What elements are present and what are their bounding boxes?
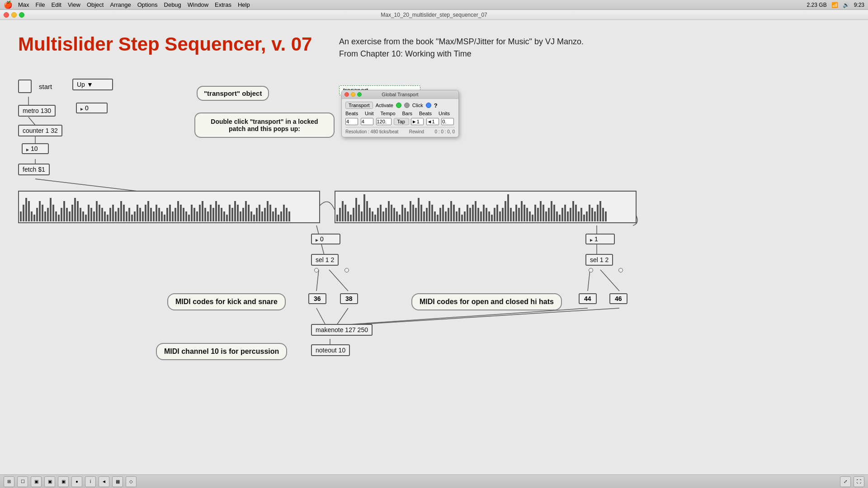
popup-minimize[interactable]	[351, 92, 355, 97]
slider-bar	[448, 208, 449, 221]
slider-bar	[393, 208, 395, 221]
slider-bar	[145, 205, 146, 221]
number-box-right-mid[interactable]: 1	[585, 234, 615, 244]
click-blue-indicator[interactable]	[426, 103, 431, 108]
menu-view[interactable]: View	[68, 1, 80, 8]
slider-bar	[453, 205, 455, 221]
toolbar-btn-10[interactable]: ◇	[126, 476, 137, 487]
slider-bar	[126, 211, 127, 221]
menu-debug[interactable]: Debug	[164, 1, 181, 8]
multislider-left[interactable]	[18, 191, 320, 223]
toolbar-btn-9[interactable]: ▦	[112, 476, 123, 487]
transport-values-row[interactable]: Tap	[345, 118, 455, 125]
slider-bar	[458, 208, 460, 221]
toolbar-btn-2[interactable]: ☐	[17, 476, 28, 487]
slider-bar	[20, 211, 22, 221]
page-subtitle: An exercise from the book "Max/MSP/Jitte…	[339, 36, 584, 60]
slider-bar	[442, 205, 444, 221]
number-box-10[interactable]: 10	[22, 143, 49, 154]
tap-button[interactable]: Tap	[394, 118, 409, 125]
slider-bar	[199, 205, 201, 221]
window-controls[interactable]	[4, 12, 24, 18]
slider-bar	[412, 205, 414, 221]
slider-bar	[278, 215, 279, 221]
direction-dropdown[interactable]: Up ▼	[72, 79, 113, 90]
slider-bar	[418, 198, 420, 221]
popup-maximize[interactable]	[357, 92, 362, 97]
toolbar-btn-7[interactable]: i	[85, 476, 96, 487]
sel-right-outlet-2	[618, 268, 623, 272]
slider-bar	[90, 208, 92, 221]
menu-arrange[interactable]: Arrange	[110, 1, 131, 8]
slider-bar	[66, 208, 68, 221]
menu-file[interactable]: File	[36, 1, 45, 8]
slider-bar	[483, 205, 485, 221]
menu-window[interactable]: Window	[188, 1, 208, 8]
patch-canvas: Multislider Step Sequencer, v. 07 An exe…	[0, 20, 868, 474]
unit-input[interactable]	[361, 118, 373, 125]
toolbar-fullscreen-btn[interactable]: ⛶	[854, 476, 864, 487]
maximize-button[interactable]	[19, 12, 24, 18]
tempo-input[interactable]	[376, 118, 392, 125]
slider-bar	[115, 211, 117, 221]
toolbar-btn-5[interactable]: ▣	[58, 476, 69, 487]
toolbar-btn-3[interactable]: ▣	[31, 476, 42, 487]
apple-menu[interactable]: 🍎	[4, 0, 13, 9]
number-box-top[interactable]: 0	[76, 103, 108, 113]
slider-bar	[475, 201, 476, 221]
menu-extras[interactable]: Extras	[215, 1, 231, 8]
slider-bar	[221, 208, 222, 221]
menu-object[interactable]: Object	[87, 1, 104, 8]
popup-window-controls[interactable]	[344, 92, 362, 97]
number-box-left-mid[interactable]: 0	[311, 234, 340, 244]
slider-bar	[93, 211, 95, 221]
slider-bar	[597, 205, 599, 221]
sel-left-outlet-1	[314, 268, 319, 272]
slider-bar	[350, 215, 352, 221]
toolbar-btn-6[interactable]: ●	[71, 476, 82, 487]
menu-max[interactable]: Max	[18, 1, 29, 8]
slider-bar	[496, 205, 498, 221]
toolbar-btn-4[interactable]: ▣	[44, 476, 55, 487]
beats2-input[interactable]	[426, 118, 439, 125]
menu-edit[interactable]: Edit	[52, 1, 61, 8]
slider-bar	[420, 205, 422, 221]
popup-close[interactable]	[344, 92, 349, 97]
slider-bar	[204, 208, 206, 221]
slider-bar	[142, 211, 144, 221]
slider-bar	[71, 205, 73, 221]
transport-tab[interactable]: Transport	[345, 102, 373, 109]
toolbar-btn-8[interactable]: ◄	[99, 476, 109, 487]
toggle-start[interactable]	[18, 80, 32, 93]
slider-bar	[472, 205, 474, 221]
toolbar-expand-btn[interactable]: ⤢	[840, 476, 851, 487]
beats-input[interactable]	[345, 118, 358, 125]
slider-bar	[161, 211, 163, 221]
slider-bar	[191, 205, 193, 221]
slider-bar	[80, 208, 81, 221]
multislider-right[interactable]	[335, 191, 637, 223]
menu-options[interactable]: Options	[137, 1, 158, 8]
svg-line-9	[337, 308, 348, 325]
menu-help[interactable]: Help	[238, 1, 250, 8]
slider-bar	[248, 205, 250, 221]
bars-input[interactable]	[411, 118, 424, 125]
slider-bar	[363, 194, 365, 221]
svg-line-15	[600, 270, 619, 291]
val-36: 36	[308, 293, 326, 304]
units-input[interactable]	[441, 118, 454, 125]
click-label[interactable]: Click	[412, 103, 423, 108]
svg-line-1	[28, 117, 35, 125]
noteout-object: noteout 10	[311, 344, 350, 356]
minimize-button[interactable]	[11, 12, 17, 18]
slider-bar	[183, 208, 184, 221]
slider-bar	[245, 201, 247, 221]
svg-line-8	[316, 308, 326, 325]
slider-bar	[399, 215, 401, 221]
slider-bar	[240, 211, 241, 221]
close-button[interactable]	[4, 12, 9, 18]
toolbar-btn-1[interactable]: ⊞	[4, 476, 14, 487]
slider-bar	[202, 201, 203, 221]
slider-bar	[185, 211, 187, 221]
question-mark[interactable]: ?	[434, 102, 438, 109]
